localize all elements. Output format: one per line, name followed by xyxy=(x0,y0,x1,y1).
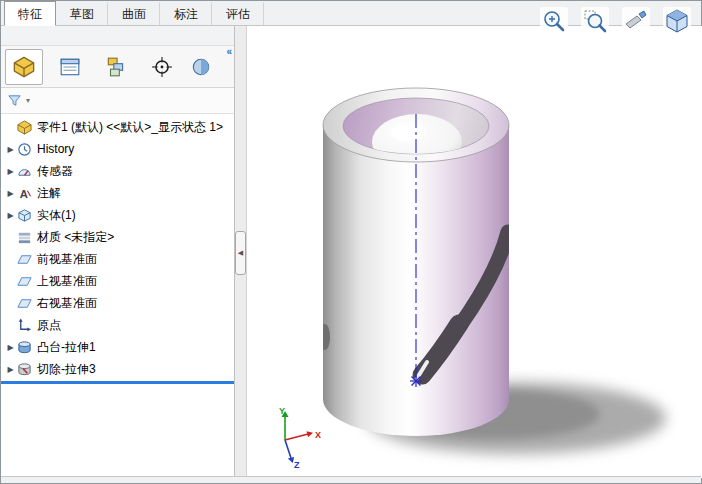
panel-tab-propertymanager[interactable] xyxy=(51,49,89,85)
plane-icon xyxy=(16,251,33,267)
tab-evaluate[interactable]: 评估 xyxy=(212,2,264,25)
dimxpert-target-icon xyxy=(151,56,173,78)
section-view-button[interactable] xyxy=(622,7,650,35)
tree-root-label: 零件1 (默认) <<默认>_显示状态 1> xyxy=(37,119,223,136)
cut-extrude-icon xyxy=(16,361,33,377)
zoom-area-icon xyxy=(582,8,608,34)
command-manager-strip xyxy=(1,26,234,46)
rollback-bar[interactable] xyxy=(1,381,234,384)
tree-item-label: 前视基准面 xyxy=(37,251,97,268)
tree-item-origin[interactable]: 原点 xyxy=(1,314,234,336)
view-orientation-icon xyxy=(664,8,690,34)
filter-caret-icon[interactable]: ▾ xyxy=(26,96,30,105)
property-manager-icon xyxy=(59,56,81,78)
history-icon xyxy=(16,141,33,157)
status-bar xyxy=(1,476,701,483)
expand-arrow-icon[interactable]: ▶ xyxy=(5,145,16,154)
panel-tab-configurationmanager[interactable] xyxy=(97,49,135,85)
tree-item-boss-extrude1[interactable]: ▶ 凸台-拉伸1 xyxy=(1,336,234,358)
tree-item-label: 材质 <未指定> xyxy=(37,229,114,246)
orientation-triad: Y X Z xyxy=(263,404,329,470)
tab-annotate[interactable]: 标注 xyxy=(160,2,212,25)
tree-item-label: 右视基准面 xyxy=(37,295,97,312)
display-manager-icon xyxy=(190,56,212,78)
view-toolbar xyxy=(540,7,691,35)
tree-item-label: 切除-拉伸3 xyxy=(37,361,96,378)
tree-item-label: 传感器 xyxy=(37,163,73,180)
feature-manager-panel: « ▾ 零件1 (默认) <<默认>_显示状态 1> ▶ Histor xyxy=(1,26,235,478)
origin-icon xyxy=(16,317,33,333)
triad-x-axis xyxy=(285,434,308,440)
graphics-area[interactable]: Y X Z xyxy=(247,26,702,478)
tree-item-history[interactable]: ▶ History xyxy=(1,138,234,160)
tree-root-item[interactable]: 零件1 (默认) <<默认>_显示状态 1> xyxy=(1,116,234,138)
tree-item-front-plane[interactable]: 前视基准面 xyxy=(1,248,234,270)
part-icon xyxy=(16,119,33,135)
tree-item-sensors[interactable]: ▶ 传感器 xyxy=(1,160,234,182)
tab-features[interactable]: 特征 xyxy=(4,1,56,26)
tree-item-label: 凸台-拉伸1 xyxy=(37,339,96,356)
tree-item-label: 原点 xyxy=(37,317,61,334)
tree-item-label: History xyxy=(37,142,74,156)
plane-icon xyxy=(16,273,33,289)
tree-item-top-plane[interactable]: 上视基准面 xyxy=(1,270,234,292)
annotations-icon: A xyxy=(16,185,33,201)
tree-item-right-plane[interactable]: 右视基准面 xyxy=(1,292,234,314)
tab-scroll-arrow-icon[interactable]: « xyxy=(226,47,232,57)
material-icon xyxy=(16,229,33,245)
panel-tab-displaymanager[interactable] xyxy=(189,49,215,85)
part-icon xyxy=(13,56,35,78)
triad-y-label: Y xyxy=(279,406,285,416)
sensors-icon xyxy=(16,163,33,179)
solid-bodies-icon xyxy=(16,207,33,223)
plane-icon xyxy=(16,295,33,311)
tree-item-label: 实体(1) xyxy=(37,207,76,224)
expand-arrow-icon[interactable]: ▶ xyxy=(5,365,16,374)
tab-sketch[interactable]: 草图 xyxy=(56,2,108,25)
zoom-to-fit-button[interactable] xyxy=(540,7,568,35)
tree-item-solid-bodies[interactable]: ▶ 实体(1) xyxy=(1,204,234,226)
zoom-to-fit-icon xyxy=(541,8,567,34)
filter-funnel-icon[interactable] xyxy=(7,93,22,108)
triad-z-label: Z xyxy=(294,460,300,470)
tree-filter-row: ▾ xyxy=(1,88,234,114)
tab-surfaces[interactable]: 曲面 xyxy=(108,2,160,25)
tree-item-cut-extrude3[interactable]: ▶ 切除-拉伸3 xyxy=(1,358,234,380)
expand-arrow-icon[interactable]: ▶ xyxy=(5,189,16,198)
svg-text:A: A xyxy=(20,187,28,199)
tree-item-label: 注解 xyxy=(37,185,61,202)
panel-tab-dimxpert[interactable] xyxy=(143,49,181,85)
collapse-panel-button[interactable]: ◀ xyxy=(235,231,246,275)
tree-item-annotations[interactable]: ▶ A 注解 xyxy=(1,182,234,204)
feature-tree: 零件1 (默认) <<默认>_显示状态 1> ▶ History ▶ 传感器 ▶ xyxy=(1,114,234,384)
tree-item-label: 上视基准面 xyxy=(37,273,97,290)
triad-z-axis xyxy=(285,440,291,458)
boss-extrude-icon xyxy=(16,339,33,355)
view-orientation-button[interactable] xyxy=(663,7,691,35)
configuration-manager-icon xyxy=(105,56,127,78)
panel-tab-featuremanager[interactable] xyxy=(5,49,43,85)
expand-arrow-icon[interactable]: ▶ xyxy=(5,167,16,176)
axis-end-marker xyxy=(410,375,422,387)
zoom-area-button[interactable] xyxy=(581,7,609,35)
expand-arrow-icon[interactable]: ▶ xyxy=(5,211,16,220)
panel-splitter[interactable]: ◀ xyxy=(235,26,247,478)
solidworks-window: 特征 草图 曲面 标注 评估 xyxy=(0,0,702,484)
tree-item-material[interactable]: 材质 <未指定> xyxy=(1,226,234,248)
panel-tab-strip: « xyxy=(1,46,234,88)
section-view-icon xyxy=(623,8,649,34)
triad-x-label: X xyxy=(315,430,321,440)
expand-arrow-icon[interactable]: ▶ xyxy=(5,343,16,352)
